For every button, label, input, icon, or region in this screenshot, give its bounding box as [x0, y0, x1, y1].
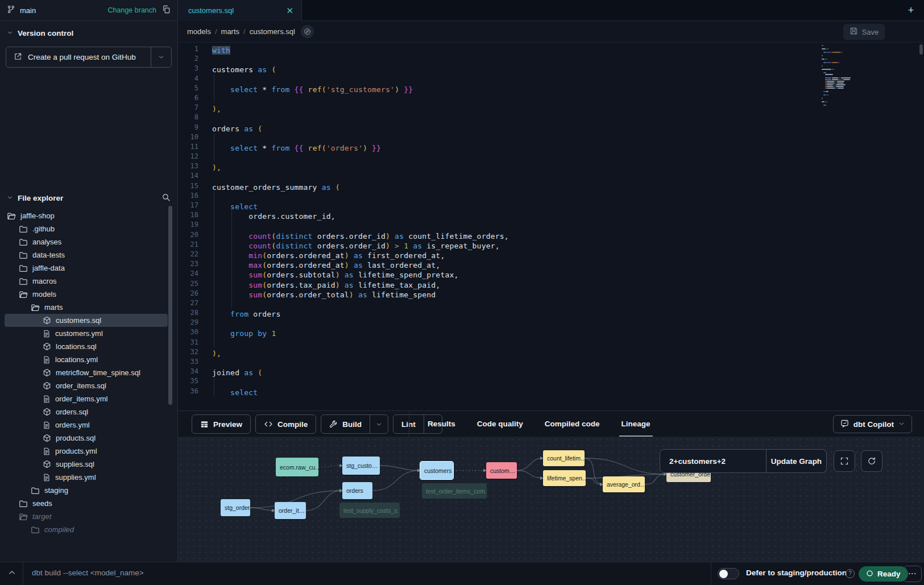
tree-item-orders-sql[interactable]: orders.sql — [0, 405, 177, 418]
compile-button-main[interactable]: Compile — [256, 415, 316, 433]
copy-icon[interactable] — [162, 5, 171, 16]
version-control-header[interactable]: Version control — [0, 21, 177, 43]
tree-item-supplies-yml[interactable]: supplies.yml — [0, 471, 177, 484]
lineage-node-stg_orders[interactable]: stg_orders — [221, 499, 250, 516]
lineage-node-average[interactable]: average_ord… — [603, 476, 645, 492]
breadcrumb-part[interactable]: marts — [221, 27, 240, 36]
code-line-26[interactable]: 26 sum(orders.order_total) as lifetime_s… — [178, 289, 924, 298]
sidebar-scrollbar[interactable] — [168, 206, 172, 405]
tree-item-metricflow-time-spine-sql[interactable]: metricflow_time_spine.sql — [0, 366, 177, 379]
code-line-9[interactable]: 9orders as ( — [178, 123, 924, 132]
code-line-7[interactable]: 7), — [178, 103, 924, 113]
code-line-4[interactable]: 4 — [178, 74, 924, 84]
tree-item--github[interactable]: .github — [0, 222, 177, 235]
tree-item-customers-yml[interactable]: customers.yml — [0, 327, 177, 340]
more-options-button[interactable]: ⋯ — [903, 566, 922, 582]
create-pr-caret[interactable] — [151, 47, 171, 67]
lineage-node-lifetime[interactable]: lifetime_spen… — [543, 470, 586, 486]
tree-item-locations-sql[interactable]: locations.sql — [0, 340, 177, 353]
tree-item-products-yml[interactable]: products.yml — [0, 445, 177, 458]
tree-item-supplies-sql[interactable]: supplies.sql — [0, 458, 177, 471]
tree-item-compiled[interactable]: compiled — [0, 523, 177, 536]
tree-item-staging[interactable]: staging — [0, 484, 177, 497]
code-line-3[interactable]: 3customers as ( — [178, 64, 924, 73]
fullscreen-button[interactable] — [834, 450, 855, 472]
tree-item-data-tests[interactable]: data-tests — [0, 248, 177, 262]
code-line-16[interactable]: 16 — [178, 191, 924, 201]
graph-selector-input[interactable]: 2+customers+2 — [660, 449, 766, 473]
defer-toggle[interactable] — [718, 568, 739, 579]
dbt-copilot-button[interactable]: dbt Copilot — [833, 415, 912, 433]
lineage-node-test_supply[interactable]: test_supply_costs_s… — [339, 503, 400, 518]
new-tab-button[interactable]: + — [905, 5, 917, 17]
save-button[interactable]: Save — [843, 24, 885, 40]
code-line-32[interactable]: 32), — [178, 347, 924, 357]
code-line-36[interactable]: 36 select — [178, 387, 924, 396]
code-line-8[interactable]: 8 — [178, 113, 924, 122]
code-line-23[interactable]: 23 max(orders.ordered_at) as last_ordere… — [178, 259, 924, 269]
code-line-29[interactable]: 29 — [178, 318, 924, 327]
code-line-20[interactable]: 20 count(distinct orders.order_id) as co… — [178, 230, 924, 240]
search-icon[interactable] — [161, 193, 171, 204]
tree-item-macros[interactable]: macros — [0, 275, 177, 288]
tree-item-jaffle-data[interactable]: jaffle-data — [0, 262, 177, 275]
panel-tab-lineage[interactable]: Lineage — [619, 411, 653, 437]
code-line-27[interactable]: 27 — [178, 298, 924, 308]
copilot-breadcrumb-icon[interactable] — [301, 25, 314, 38]
code-line-10[interactable]: 10 — [178, 132, 924, 142]
code-line-35[interactable]: 35 — [178, 376, 924, 386]
lineage-node-custom[interactable]: custom… — [486, 462, 517, 479]
build-dropdown-caret[interactable] — [370, 415, 388, 433]
breadcrumb[interactable]: models/marts/customers.sql — [187, 27, 295, 36]
breadcrumb-part[interactable]: customers.sql — [250, 27, 295, 36]
tree-item-orders-yml[interactable]: orders.yml — [0, 418, 177, 432]
tree-item-order-items-yml[interactable]: order_items.yml — [0, 392, 177, 405]
tree-item-marts[interactable]: marts — [0, 301, 177, 314]
change-branch-link[interactable]: Change branch — [108, 6, 156, 14]
code-line-11[interactable]: 11 select * from {{ ref('orders') }} — [178, 142, 924, 152]
tree-item-locations-yml[interactable]: locations.yml — [0, 353, 177, 366]
panel-tab-code-quality[interactable]: Code quality — [475, 411, 525, 437]
preview-button-main[interactable]: Preview — [192, 415, 250, 433]
code-line-25[interactable]: 25 sum(orders.tax_paid) as lifetime_tax_… — [178, 279, 924, 289]
expand-console-icon[interactable] — [8, 569, 16, 579]
code-line-18[interactable]: 18 orders.customer_id, — [178, 210, 924, 220]
code-line-1[interactable]: 1with — [178, 44, 924, 54]
help-icon[interactable]: ? — [846, 569, 855, 578]
code-line-21[interactable]: 21 count(distinct orders.order_id) > 1 a… — [178, 240, 924, 250]
code-line-22[interactable]: 22 min(orders.ordered_at) as first_order… — [178, 250, 924, 259]
tree-item-customers-sql[interactable]: customers.sql — [0, 314, 177, 327]
code-line-33[interactable]: 33 — [178, 357, 924, 367]
lineage-node-ecom[interactable]: ecom.raw_cu… — [276, 458, 318, 476]
breadcrumb-part[interactable]: models — [187, 27, 211, 36]
code-line-17[interactable]: 17 select — [178, 201, 924, 210]
editor-scrollbar[interactable] — [919, 44, 923, 55]
code-line-2[interactable]: 2 — [178, 54, 924, 64]
code-line-30[interactable]: 30 group by 1 — [178, 327, 924, 337]
tree-item-order-items-sql[interactable]: order_items.sql — [0, 379, 177, 392]
close-icon[interactable]: ✕ — [286, 6, 293, 15]
code-line-15[interactable]: 15customer_orders_summary as ( — [178, 181, 924, 191]
code-line-5[interactable]: 5 select * from {{ ref('stg_customers') … — [178, 84, 924, 93]
code-editor[interactable]: 1with23customers as (45 select * from {{… — [178, 43, 924, 410]
lineage-node-count[interactable]: count_lifetim… — [543, 450, 585, 466]
refresh-button[interactable] — [861, 450, 882, 472]
code-line-14[interactable]: 14 — [178, 171, 924, 181]
tree-item-products-sql[interactable]: products.sql — [0, 432, 177, 445]
update-graph-button[interactable]: Update Graph — [766, 449, 827, 473]
tree-item-analyses[interactable]: analyses — [0, 235, 177, 248]
create-pr-main[interactable]: Create a pull request on GitHub — [6, 47, 151, 67]
file-explorer-header[interactable]: File explorer — [0, 186, 177, 208]
tab-customers-sql[interactable]: customers.sql ✕ — [178, 0, 302, 21]
lineage-node-order_it[interactable]: order_it… — [275, 502, 306, 519]
minimap[interactable] — [822, 45, 865, 106]
tree-item-jaffle-shop[interactable]: jaffle-shop — [0, 209, 177, 222]
command-input[interactable]: dbt build --select <model_name> — [32, 569, 144, 577]
panel-tab-compiled-code[interactable]: Compiled code — [542, 411, 602, 437]
code-line-34[interactable]: 34joined as ( — [178, 367, 924, 376]
tree-item-seeds[interactable]: seeds — [0, 497, 177, 510]
build-button-main[interactable]: Build — [321, 415, 370, 433]
ready-status-badge[interactable]: Ready — [859, 566, 908, 582]
lineage-node-orders[interactable]: orders — [342, 482, 372, 499]
code-line-28[interactable]: 28 from orders — [178, 308, 924, 318]
